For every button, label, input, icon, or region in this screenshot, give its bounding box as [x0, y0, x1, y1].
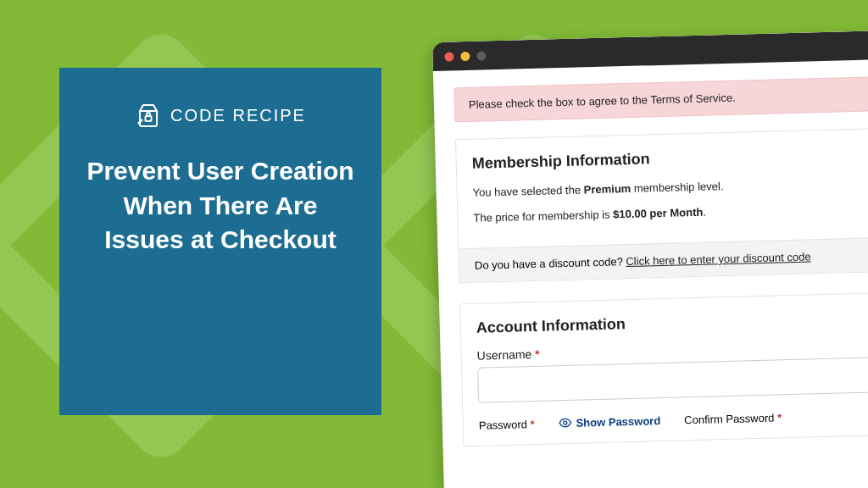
required-mark: *: [777, 411, 782, 424]
minimize-dot-icon[interactable]: [460, 51, 470, 60]
account-card: Account Information Username * Password …: [459, 292, 868, 446]
browser-window: Please check the box to agree to the Ter…: [432, 30, 868, 488]
svg-rect-0: [146, 116, 152, 121]
discount-question: Do you have a discount code?: [475, 255, 626, 272]
confirm-password-label-row: Confirm Password *: [684, 411, 782, 426]
show-password-toggle[interactable]: Show Password: [558, 413, 660, 430]
discount-link[interactable]: Click here to enter your discount code: [626, 250, 811, 268]
promo-card: CODE RECIPE Prevent User Creation When T…: [59, 68, 381, 415]
promo-headline: Prevent User Creation When There Are Iss…: [81, 154, 360, 258]
account-heading: Account Information: [476, 308, 868, 337]
svg-point-1: [564, 421, 567, 424]
error-alert-text: Please check the box to agree to the Ter…: [469, 92, 736, 111]
username-label: Username: [476, 347, 531, 363]
username-input[interactable]: [477, 357, 868, 402]
error-alert: Please check the box to agree to the Ter…: [453, 76, 868, 122]
password-label-row: Password *: [479, 418, 535, 432]
eye-icon: [558, 416, 571, 430]
membership-card: Membership Information You have selected…: [455, 128, 868, 283]
password-label: Password: [479, 418, 527, 431]
close-dot-icon[interactable]: [444, 52, 453, 61]
show-password-label: Show Password: [576, 414, 660, 430]
page-content: Please check the box to agree to the Ter…: [433, 59, 868, 447]
brand-logo: CODE RECIPE: [135, 102, 306, 129]
brand-text: CODE RECIPE: [170, 106, 306, 125]
maximize-dot-icon[interactable]: [476, 51, 486, 60]
required-mark: *: [535, 347, 540, 361]
confirm-password-label: Confirm Password: [684, 411, 775, 426]
membership-price-line: The price for membership is $10.00 per M…: [473, 199, 868, 226]
membership-heading: Membership Information: [471, 144, 868, 173]
required-mark: *: [530, 418, 534, 430]
bag-lock-icon: [135, 102, 162, 129]
membership-selected-line: You have selected the Premium membership…: [472, 174, 868, 201]
